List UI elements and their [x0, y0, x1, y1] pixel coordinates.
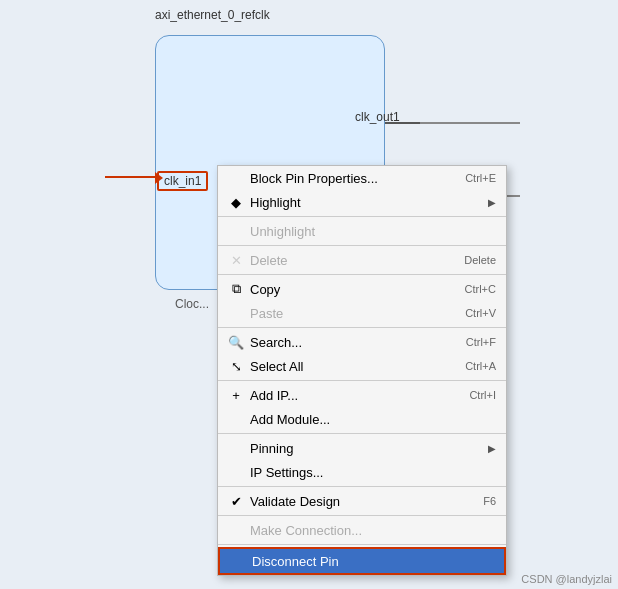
menu-icon-highlight: ◆	[226, 194, 246, 210]
menu-item-disconnect-pin[interactable]: Disconnect Pin	[218, 547, 506, 575]
menu-item-validate-design[interactable]: ✔Validate DesignF6	[218, 489, 506, 513]
menu-item-delete: ✕DeleteDelete	[218, 248, 506, 272]
menu-item-make-connection: Make Connection...	[218, 518, 506, 542]
menu-label-search: Search...	[250, 335, 466, 350]
menu-icon-paste	[226, 305, 246, 321]
menu-item-unhighlight: Unhighlight	[218, 219, 506, 243]
menu-separator-after-validate-design	[218, 515, 506, 516]
hline-top	[420, 122, 520, 124]
menu-separator-after-paste	[218, 327, 506, 328]
menu-separator-after-ip-settings	[218, 486, 506, 487]
clk-in-pin[interactable]: clk_in1	[157, 171, 208, 191]
menu-separator-after-make-connection	[218, 544, 506, 545]
menu-separator-after-unhighlight	[218, 245, 506, 246]
menu-icon-add-module	[226, 411, 246, 427]
menu-label-add-module: Add Module...	[250, 412, 496, 427]
menu-shortcut-select-all: Ctrl+A	[465, 360, 496, 372]
menu-label-paste: Paste	[250, 306, 465, 321]
menu-item-pinning[interactable]: Pinning▶	[218, 436, 506, 460]
menu-label-select-all: Select All	[250, 359, 465, 374]
menu-label-block-pin-properties: Block Pin Properties...	[250, 171, 465, 186]
block-bottom-label: Cloc...	[175, 297, 209, 311]
menu-icon-validate-design: ✔	[226, 493, 246, 509]
menu-separator-after-highlight	[218, 216, 506, 217]
menu-label-copy: Copy	[250, 282, 465, 297]
menu-icon-disconnect-pin	[228, 553, 248, 569]
menu-item-block-pin-properties[interactable]: Block Pin Properties...Ctrl+E	[218, 166, 506, 190]
menu-item-highlight[interactable]: ◆Highlight▶	[218, 190, 506, 214]
menu-icon-ip-settings	[226, 464, 246, 480]
menu-label-highlight: Highlight	[250, 195, 482, 210]
menu-icon-select-all: ⤡	[226, 358, 246, 374]
menu-shortcut-copy: Ctrl+C	[465, 283, 496, 295]
menu-item-paste: PasteCtrl+V	[218, 301, 506, 325]
menu-icon-search: 🔍	[226, 334, 246, 350]
menu-label-add-ip: Add IP...	[250, 388, 469, 403]
menu-item-ip-settings[interactable]: IP Settings...	[218, 460, 506, 484]
menu-item-search[interactable]: 🔍Search...Ctrl+F	[218, 330, 506, 354]
block-label: axi_ethernet_0_refclk	[155, 8, 270, 22]
connector-line-top	[385, 122, 420, 124]
menu-icon-add-ip: +	[226, 387, 246, 403]
menu-label-unhighlight: Unhighlight	[250, 224, 496, 239]
menu-icon-make-connection	[226, 522, 246, 538]
menu-icon-pinning	[226, 440, 246, 456]
menu-separator-after-delete	[218, 274, 506, 275]
menu-item-add-module[interactable]: Add Module...	[218, 407, 506, 431]
arrow-connector-left	[105, 176, 157, 178]
menu-icon-copy: ⧉	[226, 281, 246, 297]
menu-shortcut-add-ip: Ctrl+I	[469, 389, 496, 401]
menu-shortcut-validate-design: F6	[483, 495, 496, 507]
arrow-head	[155, 172, 163, 184]
menu-label-make-connection: Make Connection...	[250, 523, 496, 538]
menu-label-pinning: Pinning	[250, 441, 482, 456]
menu-icon-block-pin-properties	[226, 170, 246, 186]
menu-label-disconnect-pin: Disconnect Pin	[252, 554, 494, 569]
watermark: CSDN @landyjzlai	[521, 573, 612, 585]
menu-shortcut-paste: Ctrl+V	[465, 307, 496, 319]
menu-item-copy[interactable]: ⧉CopyCtrl+C	[218, 277, 506, 301]
menu-shortcut-block-pin-properties: Ctrl+E	[465, 172, 496, 184]
menu-label-delete: Delete	[250, 253, 464, 268]
menu-separator-after-select-all	[218, 380, 506, 381]
menu-shortcut-delete: Delete	[464, 254, 496, 266]
menu-label-validate-design: Validate Design	[250, 494, 483, 509]
menu-arrow-pinning: ▶	[488, 443, 496, 454]
menu-label-ip-settings: IP Settings...	[250, 465, 496, 480]
menu-shortcut-search: Ctrl+F	[466, 336, 496, 348]
menu-item-add-ip[interactable]: +Add IP...Ctrl+I	[218, 383, 506, 407]
menu-arrow-highlight: ▶	[488, 197, 496, 208]
context-menu: Block Pin Properties...Ctrl+E◆Highlight▶…	[217, 165, 507, 576]
menu-icon-delete: ✕	[226, 252, 246, 268]
menu-item-select-all[interactable]: ⤡Select AllCtrl+A	[218, 354, 506, 378]
menu-icon-unhighlight	[226, 223, 246, 239]
menu-separator-after-add-module	[218, 433, 506, 434]
